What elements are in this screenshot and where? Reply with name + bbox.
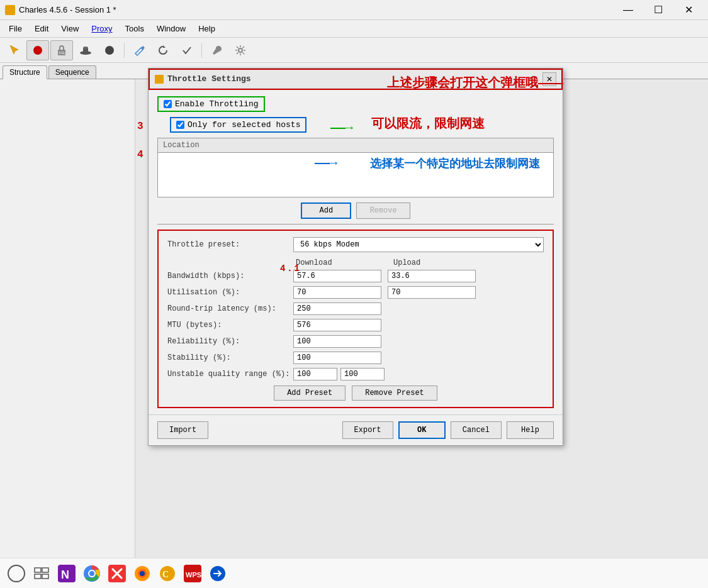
menu-file[interactable]: File — [3, 20, 28, 37]
taskbar-charles-icon[interactable]: C — [156, 562, 179, 585]
only-hosts-label[interactable]: Only for selected hosts — [176, 120, 300, 130]
only-hosts-box: Only for selected hosts — [170, 117, 306, 133]
latency-label: Round-trip latency (ms): — [167, 304, 293, 313]
utilisation-download-input[interactable] — [293, 286, 381, 299]
host-annotation: 选择某一个特定的地址去限制网速 — [370, 156, 540, 171]
enable-throttle-label[interactable]: Enable Throttling — [164, 99, 259, 109]
unstable-input-1[interactable] — [293, 368, 337, 380]
tab-structure[interactable]: Structure — [3, 65, 47, 79]
add-remove-row: Add Remove — [157, 202, 554, 219]
dialog-body: Enable Throttling Only for selected host… — [149, 90, 563, 414]
window-title: Charles 4.5.6 - Session 1 * — [19, 5, 614, 14]
export-button[interactable]: Export — [342, 421, 393, 439]
svg-point-5 — [83, 47, 88, 49]
toolbar: SSL — [0, 38, 708, 63]
bandwidth-download-input[interactable] — [293, 270, 381, 282]
only-hosts-checkbox[interactable] — [176, 121, 184, 129]
bandwidth-label: Bandwidth (kbps): — [167, 272, 293, 280]
wrench-icon — [211, 45, 222, 56]
menu-edit[interactable]: Edit — [28, 20, 55, 37]
taskbar-chrome-icon[interactable] — [81, 562, 103, 585]
dialog-bottom-bar: Import Export OK Cancel Help — [149, 414, 563, 445]
download-header: Download — [293, 258, 391, 267]
mtu-row: MTU (bytes): — [167, 319, 544, 331]
toolbar-hat-btn[interactable] — [74, 40, 97, 60]
menu-help[interactable]: Help — [192, 20, 222, 37]
unstable-input-2[interactable] — [340, 368, 385, 380]
taskbar-firefox-icon[interactable] — [131, 562, 154, 585]
taskbar-arrow-icon[interactable] — [206, 562, 229, 585]
dialog-separator — [157, 224, 554, 225]
svg-rect-10 — [42, 568, 48, 572]
svg-point-21 — [140, 571, 145, 576]
svg-marker-7 — [163, 45, 166, 48]
remove-preset-button[interactable]: Remove Preset — [352, 386, 437, 401]
svg-point-17 — [89, 571, 94, 576]
toolbar-check-btn[interactable] — [176, 40, 198, 60]
wps-icon: WPS — [184, 565, 201, 582]
bandwidth-row: Bandwidth (kbps): — [167, 270, 544, 282]
minimize-button[interactable]: — — [614, 0, 643, 20]
mtu-label: MTU (bytes): — [167, 321, 293, 330]
toolbar-pointer-btn[interactable] — [3, 40, 25, 60]
taskbar-cancel-icon[interactable] — [106, 562, 128, 585]
dialog-icon — [155, 75, 164, 84]
cancel-button[interactable]: Cancel — [451, 421, 502, 439]
record-icon — [33, 45, 43, 55]
app-icon — [5, 5, 15, 15]
close-button[interactable]: ✕ — [674, 0, 703, 20]
preset-select[interactable]: 56 kbps Modem 256 kbps ISDN/DSL 512 kbps… — [293, 237, 544, 252]
taskbar-search-icon[interactable] — [5, 562, 28, 585]
menu-view[interactable]: View — [55, 20, 85, 37]
toolbar-settings-btn[interactable] — [229, 40, 252, 60]
add-preset-button[interactable]: Add Preset — [274, 386, 346, 401]
toolbar-edit-btn[interactable] — [128, 40, 150, 60]
bandwidth-upload-input[interactable] — [388, 270, 476, 282]
menu-window[interactable]: Window — [150, 20, 192, 37]
settings-icon — [235, 45, 246, 56]
toolbar-sep-1 — [124, 43, 125, 58]
stability-input[interactable] — [293, 352, 381, 364]
menu-proxy[interactable]: Proxy — [85, 20, 118, 37]
step-4-1-label: 4．1 — [280, 263, 300, 274]
taskbar-taskview-icon[interactable] — [30, 562, 53, 585]
taskbar-onenote-icon[interactable]: N — [55, 562, 78, 585]
mtu-input[interactable] — [293, 319, 381, 331]
latency-row: Round-trip latency (ms): — [167, 302, 544, 315]
add-button[interactable]: Add — [301, 202, 351, 219]
toolbar-ssl-btn[interactable]: SSL — [50, 40, 73, 60]
latency-input[interactable] — [293, 302, 381, 315]
tab-sequence[interactable]: Sequence — [48, 65, 96, 79]
preset-row: Throttle preset: 56 kbps Modem 256 kbps … — [167, 237, 544, 252]
unstable-label: Unstable quality range (%): — [167, 370, 293, 379]
onenote-icon: N — [58, 565, 76, 582]
refresh-icon — [157, 45, 169, 56]
taskbar-wps-icon[interactable]: WPS — [181, 562, 204, 585]
upload-header: Upload — [391, 258, 488, 267]
toolbar-refresh-btn[interactable] — [152, 40, 174, 60]
preset-label: Throttle preset: — [167, 240, 293, 249]
svg-text:SSL: SSL — [59, 51, 66, 55]
maximize-button[interactable]: ☐ — [644, 0, 673, 20]
toolbar-stop-btn[interactable] — [98, 40, 121, 60]
stability-label: Stability (%): — [167, 353, 293, 362]
cancel-icon — [108, 565, 126, 582]
ok-button[interactable]: OK — [398, 421, 446, 439]
reliability-input[interactable] — [293, 335, 381, 348]
remove-button[interactable]: Remove — [356, 202, 410, 219]
toolbar-wrench-btn[interactable] — [205, 40, 228, 60]
edit-icon — [133, 45, 145, 56]
stop-icon — [104, 45, 115, 55]
help-button[interactable]: Help — [507, 421, 554, 439]
toolbar-record-btn[interactable] — [26, 40, 49, 60]
enable-throttle-checkbox[interactable] — [164, 100, 172, 108]
utilisation-upload-input[interactable] — [388, 286, 476, 299]
import-button[interactable]: Import — [157, 421, 208, 439]
svg-rect-9 — [35, 568, 41, 572]
svg-point-6 — [105, 46, 114, 55]
preset-buttons-row: Add Preset Remove Preset — [167, 386, 544, 401]
stability-row: Stability (%): — [167, 352, 544, 364]
svg-text:C: C — [162, 570, 169, 579]
menu-tools[interactable]: Tools — [119, 20, 150, 37]
taskbar: N C — [0, 558, 708, 588]
